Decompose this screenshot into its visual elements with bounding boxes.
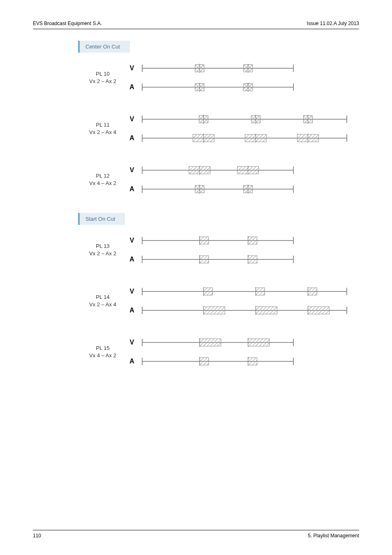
tracks: V A (127, 57, 349, 99)
timeline-svg (140, 253, 296, 266)
timeline (140, 355, 349, 368)
timeline-svg (140, 234, 296, 247)
track-va-label: A (127, 134, 136, 142)
timeline-svg (140, 336, 296, 349)
track-row: A (127, 80, 349, 95)
footer-page-number: 110 (33, 533, 41, 539)
timeline (140, 234, 349, 247)
playlist-id: PL 14 (78, 294, 127, 301)
timeline-svg (140, 183, 296, 195)
playlist-combo: Vx 2 – Ax 2 (78, 250, 127, 257)
track-row: V (127, 163, 349, 178)
playlist-id: PL 13 (78, 243, 127, 250)
svg-rect-92 (256, 288, 265, 295)
track-va-label: V (127, 288, 136, 295)
timeline-svg (140, 62, 296, 74)
timeline (140, 183, 349, 195)
svg-rect-112 (200, 339, 221, 346)
svg-rect-114 (248, 339, 270, 346)
timeline (140, 81, 349, 93)
timeline (140, 164, 349, 176)
page: EVS Broadcast Equipment S.A. Issue 11.02… (0, 0, 392, 555)
playlist-group: PL 15Vx 4 – Ax 2V A (78, 331, 349, 373)
playlist-id: PL 15 (78, 345, 127, 352)
playlist-label: PL 10Vx 2 – Ax 2 (78, 70, 127, 85)
playlist-combo: Vx 2 – Ax 2 (78, 78, 127, 85)
playlist-id: PL 11 (78, 121, 127, 129)
svg-rect-74 (248, 237, 257, 244)
svg-rect-72 (200, 237, 209, 244)
timeline-svg (140, 81, 296, 93)
playlist-label: PL 12Vx 4 – Ax 2 (78, 172, 127, 187)
playlist-combo: Vx 2 – Ax 4 (78, 129, 127, 136)
footer-section-title: 5. Playlist Management (308, 533, 359, 539)
track-row: A (127, 303, 349, 318)
playlist-id: PL 12 (78, 172, 127, 180)
tracks: V A (127, 159, 349, 201)
timeline (140, 113, 349, 125)
track-va-label: V (127, 116, 136, 123)
timeline (140, 285, 349, 298)
svg-rect-94 (308, 288, 317, 295)
track-row: A (127, 182, 349, 197)
track-va-label: A (127, 307, 136, 314)
timeline (140, 62, 349, 74)
playlist-label: PL 14Vx 2 – Ax 4 (78, 294, 127, 308)
svg-rect-83 (248, 256, 257, 263)
playlist-group: PL 10Vx 2 – Ax 2V A (78, 57, 349, 99)
track-va-label: A (127, 185, 136, 193)
track-row: V (127, 112, 349, 127)
timeline (140, 132, 349, 144)
playlist-label: PL 11Vx 2 – Ax 4 (78, 121, 127, 136)
track-va-label: V (127, 166, 136, 174)
page-footer: 110 5. Playlist Management (33, 530, 359, 539)
timeline-svg (140, 285, 349, 298)
svg-rect-81 (200, 256, 209, 263)
tracks: V A (127, 108, 349, 150)
playlist-group: PL 13Vx 2 – Ax 2V A (78, 229, 349, 271)
playlist-combo: Vx 4 – Ax 2 (78, 352, 127, 359)
playlist-group: PL 12Vx 4 – Ax 2V A (78, 159, 349, 201)
timeline-svg (140, 304, 349, 317)
track-va-label: V (127, 65, 136, 72)
playlist-group: PL 11Vx 2 – Ax 4V A (78, 108, 349, 150)
track-row: A (127, 131, 349, 146)
track-row: V (127, 335, 349, 350)
track-row: V (127, 61, 349, 76)
svg-rect-90 (203, 288, 212, 295)
section-heading: Center On Cut (78, 41, 130, 53)
tracks: V A (127, 280, 349, 322)
playlist-label: PL 15Vx 4 – Ax 2 (78, 345, 127, 359)
header-left: EVS Broadcast Equipment S.A. (33, 21, 102, 26)
track-va-label: A (127, 358, 136, 365)
playlist-combo: Vx 4 – Ax 2 (78, 180, 127, 187)
timeline (140, 304, 349, 317)
tracks: V A (127, 229, 349, 271)
svg-rect-123 (248, 358, 257, 365)
track-row: A (127, 252, 349, 267)
playlist-id: PL 10 (78, 70, 127, 78)
tracks: V A (127, 331, 349, 373)
track-va-label: V (127, 339, 136, 346)
diagram-area: Center On CutPL 10Vx 2 – Ax 2V A PL 11Vx… (78, 37, 349, 373)
track-row: A (127, 354, 349, 369)
track-va-label: A (127, 83, 136, 91)
page-header: EVS Broadcast Equipment S.A. Issue 11.02… (33, 21, 359, 29)
timeline-svg (140, 132, 349, 144)
playlist-label: PL 13Vx 2 – Ax 2 (78, 243, 127, 257)
timeline-svg (140, 113, 349, 125)
playlist-combo: Vx 2 – Ax 4 (78, 301, 127, 308)
timeline-svg (140, 355, 296, 368)
playlist-group: PL 14Vx 2 – Ax 4V A (78, 280, 349, 322)
section-heading: Start On Cut (78, 213, 125, 225)
track-row: V (127, 284, 349, 299)
timeline (140, 336, 349, 349)
header-right: Issue 11.02.A July 2013 (307, 21, 359, 26)
timeline-svg (140, 164, 296, 176)
track-va-label: V (127, 237, 136, 244)
svg-rect-121 (200, 358, 209, 365)
track-row: V (127, 233, 349, 248)
timeline (140, 253, 349, 266)
track-va-label: A (127, 256, 136, 263)
svg-rect-103 (256, 307, 277, 314)
